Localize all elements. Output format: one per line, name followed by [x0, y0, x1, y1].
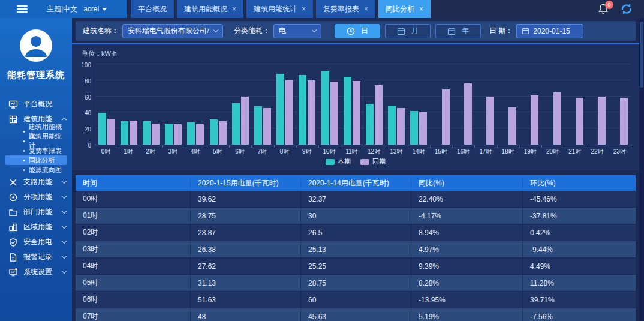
bar-current[interactable]	[388, 106, 396, 145]
table-cell: 32.37	[300, 191, 411, 207]
date-picker[interactable]: 2020-01-15	[516, 24, 583, 38]
bullet-icon: •	[23, 137, 25, 145]
bar-previous[interactable]	[553, 92, 561, 145]
bar-previous[interactable]	[620, 98, 628, 145]
table-row[interactable]: 07时4845.635.19%-7.56%	[76, 308, 636, 321]
sidebar-item-5[interactable]: 区域用能	[0, 220, 72, 235]
table-header-cell: 时间	[76, 178, 190, 188]
bar-previous[interactable]	[486, 97, 494, 145]
bar-previous[interactable]	[353, 81, 360, 145]
table-cell: 9.39%	[411, 258, 522, 274]
period-year-button[interactable]: 年	[435, 24, 481, 38]
bar-previous[interactable]	[241, 97, 249, 145]
bar-group-2	[140, 65, 162, 145]
tab-close-icon[interactable]: ×	[364, 5, 368, 13]
energy-type-select[interactable]: 电	[273, 24, 321, 38]
table-row[interactable]: 05时31.1328.758.28%11.28%	[76, 275, 636, 292]
tab-close-icon[interactable]: ×	[232, 5, 236, 13]
user-menu[interactable]: acrel	[83, 5, 107, 13]
table-cell: 03时	[76, 241, 190, 257]
table-row[interactable]: 00时39.6232.3722.40%-45.46%	[76, 191, 636, 208]
period-month-button[interactable]: 月	[385, 24, 431, 38]
sidebar-subitem-1-1[interactable]: •建筑用能统计	[5, 136, 67, 146]
tab-close-icon[interactable]: ×	[419, 5, 423, 13]
date-value: 2020-01-15	[533, 27, 570, 35]
table-row[interactable]: 02时28.8726.58.94%0.42%	[76, 224, 636, 241]
x-axis-tick-label: 10时	[318, 148, 341, 156]
table-row[interactable]: 03时26.3825.134.97%-9.44%	[76, 241, 636, 258]
bar-previous[interactable]	[576, 98, 583, 145]
bar-current[interactable]	[276, 74, 284, 145]
bar-previous[interactable]	[107, 119, 115, 145]
bar-current[interactable]	[410, 111, 418, 145]
table-row[interactable]: 01时28.7530-4.17%-37.81%	[76, 208, 636, 224]
bar-previous[interactable]	[375, 85, 383, 145]
bar-current[interactable]	[187, 122, 195, 145]
bar-current[interactable]	[344, 77, 351, 145]
tab-4[interactable]: 同比分析×	[378, 0, 431, 18]
bar-previous[interactable]	[419, 112, 427, 145]
bar-current[interactable]	[321, 71, 329, 145]
sidebar-item-4[interactable]: 部门用能	[0, 205, 72, 220]
scrollbar[interactable]	[639, 18, 644, 321]
legend-item-0[interactable]: 本期	[326, 157, 351, 166]
avatar	[19, 29, 53, 62]
sidebar-item-7[interactable]: 报警记录	[0, 250, 72, 265]
bar-previous[interactable]	[397, 108, 405, 145]
tab-2[interactable]: 建筑用能统计×	[246, 0, 313, 18]
hamburger-menu-icon[interactable]	[17, 5, 28, 13]
tab-1[interactable]: 建筑用能概况×	[177, 0, 243, 18]
bar-current[interactable]	[143, 121, 151, 145]
building-select[interactable]: 安科瑞电气股份有限公司A楼	[122, 24, 223, 38]
bar-previous[interactable]	[285, 80, 293, 145]
bar-current[interactable]	[165, 124, 173, 145]
bar-current[interactable]	[232, 103, 240, 145]
bar-previous[interactable]	[219, 121, 227, 145]
bar-current[interactable]	[98, 113, 106, 145]
bar-previous[interactable]	[196, 124, 204, 145]
bar-previous[interactable]	[308, 80, 315, 145]
tab-3[interactable]: 复费率报表×	[316, 0, 375, 18]
bar-group-23	[609, 65, 631, 145]
bar-current[interactable]	[299, 75, 306, 145]
bar-previous[interactable]	[263, 108, 271, 145]
sidebar-subitem-1-3[interactable]: •同比分析	[5, 155, 67, 165]
chevron-down-icon	[62, 209, 67, 214]
table-row[interactable]: 06时51.6360-13.95%39.71%	[76, 292, 636, 308]
theme-language-label[interactable]: 主题|中文	[47, 4, 77, 14]
bar-previous[interactable]	[442, 89, 450, 145]
notification-bell-icon[interactable]: 0	[597, 3, 609, 15]
bar-previous[interactable]	[531, 95, 538, 145]
bar-current[interactable]	[210, 119, 218, 145]
sidebar-item-6[interactable]: 安全用电	[0, 235, 72, 250]
bar-previous[interactable]	[464, 83, 472, 145]
legend-item-1[interactable]: 同期	[360, 157, 386, 166]
table-cell: -9.44%	[522, 241, 636, 257]
bar-current[interactable]	[121, 121, 128, 145]
bar-previous[interactable]	[330, 82, 338, 145]
table-cell: 39.62	[190, 191, 300, 207]
bar-previous[interactable]	[130, 121, 137, 145]
sidebar-item-2[interactable]: 支路用能	[0, 175, 72, 190]
sidebar-item-3[interactable]: 分项用能	[0, 190, 72, 205]
table-row[interactable]: 04时27.6225.259.39%4.49%	[76, 258, 636, 275]
sidebar-menu: 平台概况建筑用能•建筑用能概况•建筑用能统计•复费率报表•同比分析•能源流向图支…	[0, 97, 72, 280]
bar-previous[interactable]	[152, 124, 160, 145]
refresh-icon[interactable]	[620, 3, 633, 15]
sidebar-item-0[interactable]: 平台概况	[0, 97, 72, 112]
table-cell: 06时	[76, 292, 190, 308]
main-content: 建筑名称： 安科瑞电气股份有限公司A楼 分类能耗： 电 日 月 年	[72, 18, 639, 321]
bar-current[interactable]	[366, 104, 374, 145]
period-day-button[interactable]: 日	[335, 24, 380, 38]
bar-current[interactable]	[254, 106, 262, 145]
sidebar-item-8[interactable]: 系统设置	[0, 265, 72, 280]
tab-close-icon[interactable]: ×	[302, 5, 306, 13]
sidebar-subitem-1-4[interactable]: •能源流向图	[5, 165, 67, 175]
tab-0[interactable]: 平台概况	[131, 0, 174, 18]
bar-previous[interactable]	[174, 124, 182, 145]
bar-previous[interactable]	[598, 97, 606, 145]
bar-previous[interactable]	[508, 107, 516, 145]
x-axis-tick-label: 15时	[430, 148, 452, 156]
scrollbar-thumb[interactable]	[640, 22, 643, 88]
sidebar-subitem-1-2[interactable]: •复费率报表	[5, 146, 67, 155]
